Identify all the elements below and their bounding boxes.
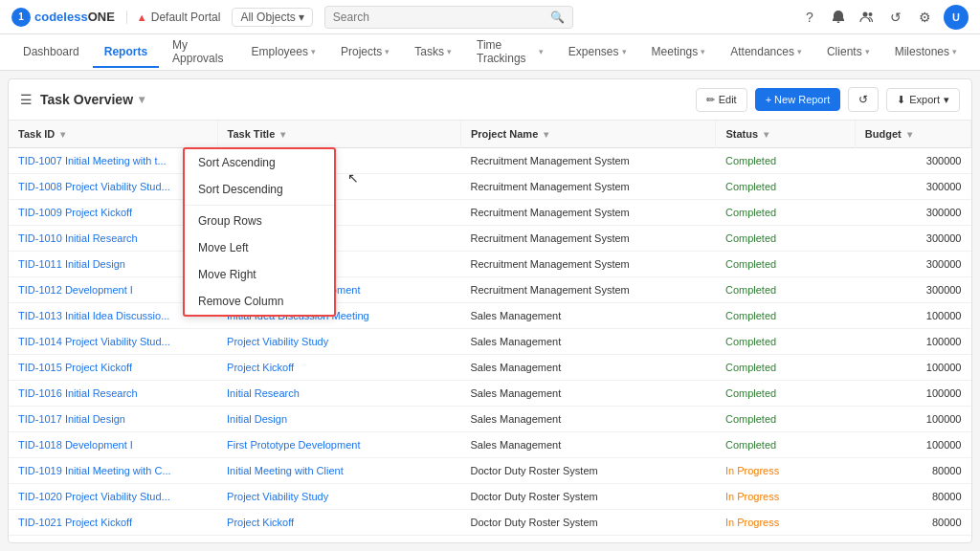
logo: 1 codelessONE (11, 8, 115, 27)
search-icon: 🔍 (550, 11, 565, 24)
sort-icon: ▾ (60, 129, 65, 140)
col-header-budget[interactable]: Budget ▾ (855, 121, 970, 148)
settings-icon[interactable]: ⚙ (915, 8, 934, 27)
chevron-down-icon[interactable]: ▾ (139, 93, 145, 106)
nav-reports[interactable]: Reports (93, 37, 159, 68)
task-title-cell[interactable]: Initial Meeting with Client (217, 458, 460, 484)
users-icon[interactable] (858, 8, 877, 27)
task-title-cell[interactable]: Project Viability Study (217, 329, 460, 355)
task-title-cell[interactable]: Project Kickoff (217, 510, 460, 536)
svg-point-0 (863, 11, 868, 16)
move-right-option[interactable]: Move Right (185, 261, 334, 288)
nav-approvals[interactable]: My Approvals (161, 31, 238, 75)
portal-icon: ▲ (137, 11, 147, 23)
project-name-cell: Doctor Duty Roster System (460, 536, 716, 543)
col-header-project-name[interactable]: Project Name ▾ (460, 121, 716, 148)
nav-expenses[interactable]: Expenses ▾ (557, 37, 638, 68)
status-cell: In Progress (716, 536, 855, 543)
search-input[interactable] (333, 11, 550, 24)
sort-ascending-option[interactable]: Sort Ascending (185, 149, 334, 176)
table-row: TID-1017 Initial Design Initial Design S… (9, 407, 971, 432)
task-id-cell[interactable]: TID-1017 Initial Design (9, 407, 217, 432)
logo-icon: 1 (11, 8, 31, 27)
budget-cell: 80000 (855, 458, 970, 484)
refresh-button[interactable]: ↺ (848, 87, 879, 112)
nav-employees[interactable]: Employees ▾ (240, 37, 327, 68)
table-row: TID-1007 Initial Meeting with t... Initi… (9, 148, 971, 174)
group-rows-option[interactable]: Group Rows (185, 208, 334, 234)
table-row: TID-1018 Development I First Prototype D… (9, 432, 971, 458)
status-cell: Completed (716, 407, 855, 432)
search-bar[interactable]: 🔍 (324, 6, 573, 29)
project-name-cell: Recruitment Management System (460, 148, 716, 174)
task-title-cell[interactable]: Initial Research (217, 381, 460, 407)
nav-milestones[interactable]: Milestones ▾ (883, 37, 969, 68)
nav-tasks[interactable]: Tasks ▾ (403, 37, 463, 68)
remove-column-option[interactable]: Remove Column (185, 288, 334, 315)
toolbar: ☰ Task Overview ▾ ✏ Edit + New Report ↺ … (9, 79, 971, 121)
task-id-cell[interactable]: TID-1016 Initial Research (9, 381, 217, 407)
task-id-cell[interactable]: TID-1015 Project Kickoff (9, 355, 217, 381)
sort-icon: ▾ (280, 129, 285, 140)
move-left-option[interactable]: Move Left (185, 234, 334, 261)
project-name-cell: Doctor Duty Roster System (460, 484, 716, 510)
table-row: TID-1008 Project Viability Stud... Proje… (9, 174, 971, 200)
logo-text: codelessONE (34, 10, 115, 24)
table-row: TID-1020 Project Viability Stud... Proje… (9, 484, 971, 510)
table-row: TID-1019 Initial Meeting with C... Initi… (9, 458, 971, 484)
col-header-status[interactable]: Status ▾ (716, 121, 855, 148)
nav-dashboard[interactable]: Dashboard (11, 37, 91, 68)
nav-time-trackings[interactable]: Time Trackings ▾ (465, 31, 555, 75)
task-title-cell[interactable]: Initial Research (217, 536, 460, 543)
chevron-down-icon: ▾ (701, 47, 705, 56)
project-name-cell: Sales Management (460, 355, 716, 381)
sort-icon: ▾ (764, 129, 768, 140)
table-row: TID-1015 Project Kickoff Project Kickoff… (9, 355, 971, 381)
export-icon: ⬇ (897, 94, 905, 106)
nav-meetings[interactable]: Meetings ▾ (640, 37, 718, 68)
task-title-cell[interactable]: Project Kickoff (217, 355, 460, 381)
status-cell: Completed (716, 303, 855, 329)
chevron-down-icon: ▾ (952, 47, 957, 56)
table-view-icon: ☰ (20, 92, 33, 107)
task-id-cell[interactable]: TID-1014 Project Viability Stud... (9, 329, 217, 355)
all-objects-dropdown[interactable]: All Objects ▾ (232, 8, 312, 27)
task-title-cell[interactable]: Initial Design (217, 407, 460, 432)
project-name-cell: Sales Management (460, 381, 716, 407)
budget-cell: 100000 (855, 303, 970, 329)
nav-attendances[interactable]: Attendances ▾ (719, 37, 813, 68)
sort-descending-option[interactable]: Sort Descending (185, 176, 334, 203)
task-id-cell[interactable]: TID-1021 Project Kickoff (9, 510, 217, 536)
chevron-down-icon: ▾ (447, 47, 452, 56)
budget-cell: 80000 (855, 536, 970, 543)
edit-button[interactable]: ✏ Edit (696, 88, 747, 112)
project-name-cell: Recruitment Management System (460, 200, 716, 226)
chevron-down-icon: ▾ (539, 47, 544, 56)
task-title-cell[interactable]: First Prototype Development (217, 432, 460, 458)
task-title-cell[interactable]: Project Viability Study (217, 484, 460, 510)
status-cell: Completed (716, 200, 855, 226)
task-id-cell[interactable]: TID-1022 Initial Research (9, 536, 217, 543)
chevron-down-icon: ▾ (944, 94, 949, 106)
project-name-cell: Sales Management (460, 407, 716, 432)
status-cell: Completed (716, 355, 855, 381)
avatar[interactable]: U (944, 5, 969, 30)
new-report-button[interactable]: + New Report (755, 88, 841, 111)
task-id-cell[interactable]: TID-1019 Initial Meeting with C... (9, 458, 217, 484)
nav-clients[interactable]: Clients ▾ (815, 37, 881, 68)
chevron-down-icon: ▾ (299, 11, 304, 24)
task-id-cell[interactable]: TID-1018 Development I (9, 432, 217, 458)
refresh-icon[interactable]: ↺ (886, 8, 905, 27)
portal-area[interactable]: ▲ Default Portal (126, 11, 221, 24)
notifications-icon[interactable] (829, 8, 848, 27)
project-name-cell: Recruitment Management System (460, 174, 716, 200)
task-id-cell[interactable]: TID-1020 Project Viability Stud... (9, 484, 217, 510)
chevron-down-icon: ▾ (311, 47, 316, 56)
help-icon[interactable]: ? (800, 8, 819, 27)
nav-projects[interactable]: Projects ▾ (329, 37, 401, 68)
export-button[interactable]: ⬇ Export ▾ (886, 88, 960, 112)
col-header-task-id[interactable]: Task ID ▾ (9, 121, 217, 148)
col-header-task-title[interactable]: Task Title ▾ (217, 121, 460, 148)
status-cell: Completed (716, 329, 855, 355)
project-name-cell: Recruitment Management System (460, 226, 716, 252)
